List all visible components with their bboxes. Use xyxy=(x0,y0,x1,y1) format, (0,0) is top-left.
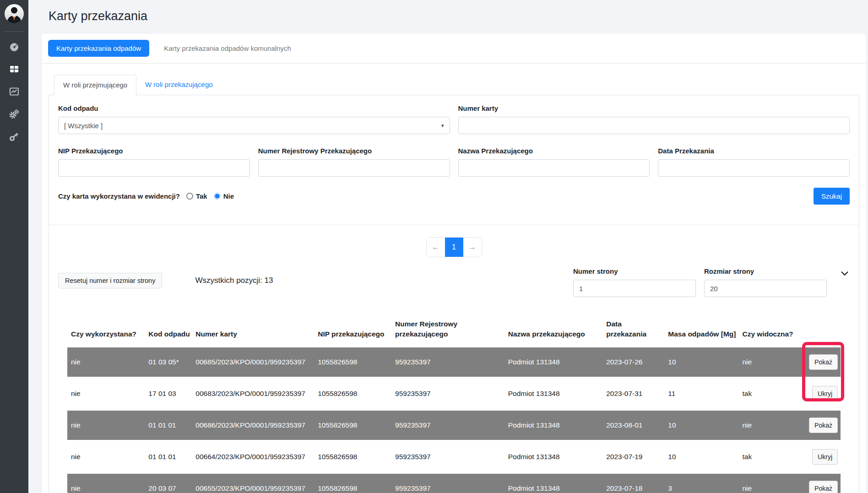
cell-mass: 10 xyxy=(668,410,742,441)
table-icon[interactable] xyxy=(9,64,19,74)
cell-used: nie xyxy=(67,378,148,410)
ukryj-button[interactable]: Ukryj xyxy=(812,449,838,465)
page-title: Karty przekazania xyxy=(41,0,867,33)
cell-used: nie xyxy=(67,347,148,378)
radio-nie[interactable] xyxy=(214,193,221,200)
sidebar-divider xyxy=(4,31,25,32)
cell-nip: 1055826598 xyxy=(318,473,395,493)
kod-odpadu-selected-value: [ Wszystkie ] xyxy=(64,122,103,130)
cell-mass: 3 xyxy=(668,473,742,493)
results-table: Czy wykorzystana? Kod odpadu Numer karty… xyxy=(67,315,841,493)
pokaz-button[interactable]: Pokaż xyxy=(809,354,838,370)
cell-mass: 10 xyxy=(668,441,742,473)
select-caret-icon: ▾ xyxy=(441,123,444,129)
content-card: Karty przekazania odpadów Karty przekaza… xyxy=(41,33,867,493)
col-nip: NIP przekazującego xyxy=(318,315,395,347)
rozmiar-strony-label: Rozmiar strony xyxy=(704,267,827,275)
col-numer-karty: Numer karty xyxy=(195,315,318,347)
field-nip: NIP Przekazującego xyxy=(58,147,250,177)
radio-tak[interactable] xyxy=(186,193,193,200)
cell-nip: 1055826598 xyxy=(318,347,395,378)
cell-nip: 1055826598 xyxy=(318,441,395,473)
cell-code: 17 01 03 xyxy=(148,378,195,410)
field-numer-strony: Numer strony xyxy=(573,267,696,297)
cell-mass: 11 xyxy=(668,378,742,410)
cell-card-no: 00686/2023/KPO/0001/959235397 xyxy=(195,410,318,441)
numer-karty-input[interactable] xyxy=(458,117,850,134)
field-data-przekazania: Data Przekazania xyxy=(658,147,850,177)
role-tabs: W roli przejmującego W roli przekazujące… xyxy=(54,75,859,95)
cell-name: Podmiot 131348 xyxy=(508,378,607,410)
user-avatar[interactable] xyxy=(4,4,24,24)
szukaj-button[interactable]: Szukaj xyxy=(814,188,850,205)
kod-odpadu-select[interactable]: [ Wszystkie ] ▾ xyxy=(58,117,450,134)
nazwa-label: Nazwa Przekazującego xyxy=(458,147,650,155)
cell-reg-no: 959235397 xyxy=(395,473,508,493)
reset-page-button[interactable]: Resetuj numer i rozmiar strony xyxy=(58,273,162,288)
numer-strony-input[interactable] xyxy=(573,280,696,297)
cell-nip: 1055826598 xyxy=(318,410,395,441)
cell-used: nie xyxy=(67,410,148,441)
cell-visible: nie xyxy=(742,347,800,378)
pagination-next-button[interactable]: → xyxy=(463,238,482,257)
results-table-wrap: Czy wykorzystana? Kod odpadu Numer karty… xyxy=(58,315,850,493)
table-row: nie 20 03 07 00655/2023/KPO/0001/9592353… xyxy=(67,473,841,493)
tab-karty-przekazania-odpadow-komunalnych[interactable]: Karty przekazania odpadów komunalnych xyxy=(156,40,299,57)
numer-rejestrowy-input[interactable] xyxy=(258,159,450,177)
chart-line-icon[interactable] xyxy=(9,87,19,97)
cell-reg-no: 959235397 xyxy=(395,441,508,473)
cell-name: Podmiot 131348 xyxy=(508,347,607,378)
pagination-page-1[interactable]: 1 xyxy=(445,238,463,257)
tab-w-roli-przejmujacego[interactable]: W roli przejmującego xyxy=(54,75,136,95)
radio-tak-label: Tak xyxy=(196,192,207,200)
radio-nie-label: Nie xyxy=(223,192,234,200)
pagination: ← 1 → xyxy=(58,237,850,257)
col-numer-rejestrowy: Numer Rejestrowy przekazującego xyxy=(395,315,508,347)
nip-label: NIP Przekazującego xyxy=(58,147,250,155)
cell-reg-no: 959235397 xyxy=(395,378,508,410)
pagination-prev-button[interactable]: ← xyxy=(427,238,445,257)
cell-card-no: 00685/2023/KPO/0001/959235397 xyxy=(195,347,318,378)
field-numer-karty: Numer karty xyxy=(458,104,850,134)
key-icon[interactable] xyxy=(9,131,19,141)
pokaz-button[interactable]: Pokaż xyxy=(809,417,838,433)
table-row: nie 01 03 05* 00685/2023/KPO/0001/959235… xyxy=(67,347,841,378)
ukryj-button[interactable]: Ukryj xyxy=(812,386,838,401)
col-masa: Masa odpadów [Mg] xyxy=(668,315,742,347)
cell-mass: 10 xyxy=(668,347,742,378)
tab-karty-przekazania-odpadow[interactable]: Karty przekazania odpadów xyxy=(48,40,149,57)
col-czy-wykorzystana: Czy wykorzystana? xyxy=(67,315,148,347)
col-data: Data przekazania xyxy=(606,315,668,347)
cell-visible: tak xyxy=(742,378,800,410)
cell-name: Podmiot 131348 xyxy=(508,410,607,441)
ewidencja-label: Czy karta wykorzystana w ewidencji? xyxy=(58,192,180,200)
rozmiar-strony-input[interactable] xyxy=(704,280,827,297)
tab-w-roli-przekazujacego[interactable]: W roli przekazującego xyxy=(136,75,222,95)
col-czy-widoczna: Czy widoczna? xyxy=(742,315,800,347)
cell-card-no: 00655/2023/KPO/0001/959235397 xyxy=(195,473,318,493)
cell-reg-no: 959235397 xyxy=(395,410,508,441)
cell-name: Podmiot 131348 xyxy=(508,441,607,473)
nazwa-input[interactable] xyxy=(458,159,650,177)
collapse-chevron-down-icon[interactable] xyxy=(840,268,850,278)
field-nazwa: Nazwa Przekazującego xyxy=(458,147,650,177)
cell-card-no: 00683/2023/KPO/0001/959235397 xyxy=(195,378,318,410)
dashboard-gauge-icon[interactable] xyxy=(9,42,19,52)
cell-code: 01 01 01 xyxy=(148,441,195,473)
cell-card-no: 00664/2023/KPO/0001/959235397 xyxy=(195,441,318,473)
sidebar xyxy=(0,0,28,493)
gears-icon[interactable] xyxy=(9,109,19,119)
cell-date: 2023-07-19 xyxy=(606,441,668,473)
numer-strony-label: Numer strony xyxy=(573,267,696,275)
numer-rejestrowy-label: Numer Rejestrowy Przekazującego xyxy=(258,147,450,155)
pokaz-button[interactable]: Pokaż xyxy=(809,481,838,493)
cell-code: 20 03 07 xyxy=(148,473,195,493)
field-numer-rejestrowy: Numer Rejestrowy Przekazującego xyxy=(258,147,450,177)
nip-input[interactable] xyxy=(58,159,250,177)
cell-date: 2023-07-31 xyxy=(606,378,668,410)
table-header-row: Czy wykorzystana? Kod odpadu Numer karty… xyxy=(67,315,841,347)
table-row: nie 01 01 01 00664/2023/KPO/0001/9592353… xyxy=(67,441,841,473)
data-przekazania-input[interactable] xyxy=(658,159,850,177)
table-row: nie 17 01 03 00683/2023/KPO/0001/9592353… xyxy=(67,378,841,410)
cell-date: 2023-07-18 xyxy=(606,473,668,493)
